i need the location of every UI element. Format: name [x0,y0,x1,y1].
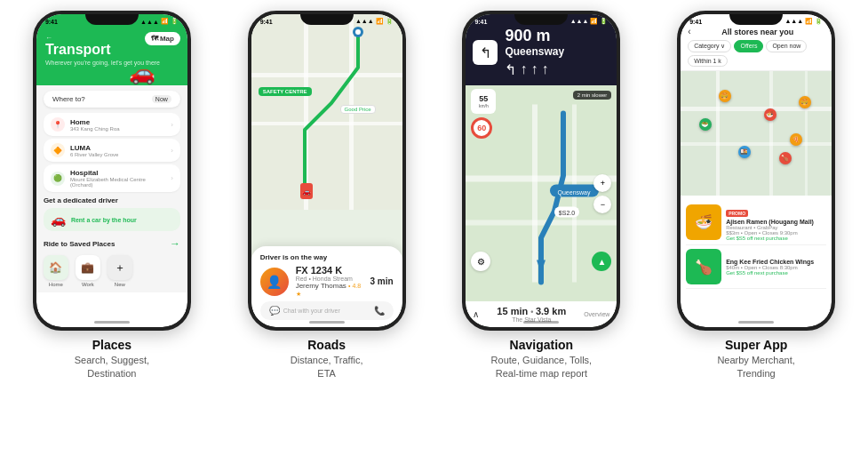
filter-open-now[interactable]: Open now [766,40,807,52]
location-icon-luma: 🔶 [51,143,65,157]
status-icons-2: ▲▲▲ 📶 🔋 [355,18,394,25]
search-bar[interactable]: Where to? Now [44,91,180,108]
next-maneuvers: ↰ ↑ ↑ ↑ [505,61,564,78]
work-label: Work [82,282,94,287]
location-luma[interactable]: 🔶 LUMA 6 River Valley Grove › [44,139,180,162]
svg-rect-5 [466,220,617,226]
promo-badge-1: PROMO [726,210,748,217]
places-caption-sub: Search, Suggest,Destination [75,354,149,381]
roads-column: 9:41 ▲▲▲ 📶 🔋 [224,11,430,381]
status-icons-3: ▲▲▲ 📶 🔋 [570,18,609,25]
status-icons-1: ▲▲▲ 📶 🔋 [140,18,179,25]
marker-2: 🍜 [764,108,776,121]
location-home[interactable]: 📍 Home 343 Kang Ching Roa › [44,113,180,136]
saved-place-work[interactable]: 💼 Work [76,255,100,287]
roads-caption-title: Roads [291,338,363,352]
status-icons-4: ▲▲▲ 📶 🔋 [784,18,823,25]
roads-screen: 9:41 ▲▲▲ 📶 🔋 [251,14,402,327]
chat-icon: 💬 [269,306,280,316]
saved-arrow-icon[interactable]: → [170,237,180,250]
search-label: Where to? [52,95,85,103]
zoom-in-button[interactable]: + [593,174,611,192]
location-sub-luma: 6 River Valley Grove [70,152,165,157]
overview-label[interactable]: Overview [584,311,609,317]
marker-5: 🥗 [699,118,712,131]
marker-6: 🍔 [799,96,811,108]
expand-icon[interactable]: ∧ [473,309,479,319]
location-sub-hospital: Mount Elizabeth Medical Centre (Orchard) [70,177,165,188]
marker-1: 🍔 [719,90,731,102]
home-indicator-2 [309,321,345,324]
navigation-caption-sub: Route, Guidance, Tolls,Real-time map rep… [491,354,593,381]
filter-offers[interactable]: Offers [734,40,763,52]
saved-section: Ride to Saved Places → 🏠 Home 💼 Work [44,236,180,287]
home-indicator-1 [94,321,130,324]
license-plate: FX 1234 K [296,265,363,276]
navigation-phone-frame: 9:41 ▲▲▲ 📶 🔋 ↰ 900 m Queensway ↰ ↑ ↑ [462,11,620,331]
saved-place-new[interactable]: ＋ New [108,255,132,287]
car-model: Red • Honda Stream [296,276,363,282]
time-badge: 2 min slower [573,91,612,100]
new-icon-bg: ＋ [108,255,132,280]
filter-category[interactable]: Category ∨ [688,40,731,52]
transport-subtitle: Wherever you're going, let's get you the… [45,60,179,66]
on-way-label: Driver is on the way [260,253,394,261]
places-phone-frame: 9:41 ▲▲▲ 📶 🔋 ← Transport Wherever you're… [33,11,191,331]
location-hospital[interactable]: 🟢 Hospital Mount Elizabeth Medical Centr… [44,164,180,192]
zoom-out-button[interactable]: − [593,196,611,213]
chat-placeholder: Chat with your driver [283,308,340,314]
superapp-header-title: All stores near you [721,28,793,36]
superapp-caption-title: Super App [717,338,794,352]
food-markers: 🍔 🍜 🍕 🍱 🥗 🍔 🍗 [681,71,832,196]
superapp-column: 9:41 ▲▲▲ 📶 🔋 ‹ All stores near you Cate [653,11,859,381]
notch-1 [85,14,139,25]
status-time-3: 9:41 [474,19,487,25]
svg-text:🚗: 🚗 [302,187,311,196]
deal-image-1: 🍜 [686,204,721,240]
deal-item-1[interactable]: 🍜 PROMO Ajisen Ramen (Hougang Mall) Rest… [686,199,826,245]
marker-7: 🍗 [779,152,792,164]
navigation-caption-title: Navigation [491,338,593,352]
driver-details-row: 👤 FX 1234 K Red • Honda Stream Jeremy Th… [260,265,394,298]
navigation-column: 9:41 ▲▲▲ 📶 🔋 ↰ 900 m Queensway ↰ ↑ ↑ [439,11,645,381]
deal-discount-1: Get $S5 off next purchase [726,236,826,241]
rent-card[interactable]: 🚗 Rent a car by the hour [44,208,180,231]
superapp-caption-sub: Nearby Merchant,Trending [717,354,794,381]
filter-within[interactable]: Within 1 k [688,55,728,67]
map-button[interactable]: 🗺 Map [145,32,180,45]
svg-text:$S2.0: $S2.0 [559,210,575,216]
main-container: 9:41 ▲▲▲ 📶 🔋 ← Transport Wherever you're… [0,0,868,381]
deal-discount-2: Get $S5 off next purchase [726,270,826,276]
places-screen: 9:41 ▲▲▲ 📶 🔋 ← Transport Wherever you're… [36,14,187,327]
nav-map-bg: Queensway $S2.0 55 km/h 60 [466,85,617,301]
location-icon-home: 📍 [51,117,65,132]
saved-place-home[interactable]: 🏠 Home [44,255,68,287]
deal-image-2: 🍗 [686,249,721,284]
work-icon-bg: 💼 [76,255,100,280]
chat-bar[interactable]: 💬 Chat with your driver 📞 [260,301,394,320]
roads-phone-frame: 9:41 ▲▲▲ 📶 🔋 [248,11,406,331]
places-caption-title: Places [75,338,149,352]
deal-item-2[interactable]: 🍗 Eng Kee Fried Chicken Wings $40m • Ope… [686,245,826,289]
turn-arrow: ↰ [473,40,498,65]
eta-value: 3 min [370,276,394,286]
deal-name-2: Eng Kee Fried Chicken Wings [726,259,826,265]
navigation-caption: Navigation Route, Guidance, Tolls,Real-t… [491,338,593,381]
svg-rect-6 [532,105,538,283]
eta-time: 15 min • 3.9 km [497,306,566,316]
hero-illustration: 🚗 [129,60,155,85]
notch-3 [514,14,568,25]
nav-text: 900 m Queensway ↰ ↑ ↑ ↑ [505,27,564,78]
filter-row: Category ∨ Offers Open now Within 1 k [688,40,824,67]
now-button[interactable]: Now [152,95,171,103]
places-caption: Places Search, Suggest,Destination [75,338,149,381]
home-indicator-4 [738,321,774,324]
location-name-hospital: Hospital [70,169,165,177]
home-indicator-3 [523,321,559,324]
speed-value: 55 [479,94,488,103]
deal-info-2: Eng Kee Fried Chicken Wings $40m • Open … [726,259,826,276]
arrow-icon-home: › [171,121,173,129]
roads-map: 🚗 SAFETY CENTRE Good Price [251,14,402,210]
saved-section-title: Ride to Saved Places [44,240,115,248]
superapp-screen: 9:41 ▲▲▲ 📶 🔋 ‹ All stores near you Cate [681,14,832,327]
